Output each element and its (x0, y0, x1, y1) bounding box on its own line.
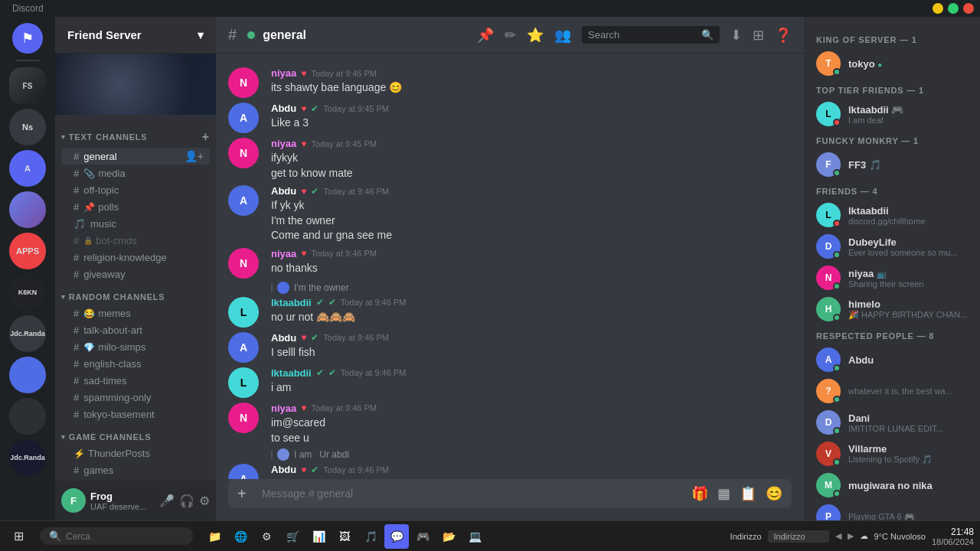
deafen-icon[interactable]: 🎧 (179, 494, 194, 508)
member-item[interactable]: L lktaabdii 🎮 I am deaf (810, 99, 974, 129)
edit-icon[interactable]: ✏ (505, 27, 516, 44)
channel-tokyo-basement[interactable]: # tokyo-basement (61, 406, 210, 422)
add-member-icon[interactable]: 👤+ (185, 150, 204, 162)
search-input[interactable] (588, 29, 701, 41)
member-item[interactable]: ? whatever it is, the best wa... (810, 376, 974, 406)
server-icon-blue[interactable] (9, 357, 46, 393)
taskbar-right: Indirizzo Indirizzo ◀ ▶ ☁ 9°C Nuvoloso 2… (730, 527, 974, 546)
channel-memes[interactable]: # 😂 memes (61, 305, 210, 321)
channel-spamming-only[interactable]: # spamming-only (61, 390, 210, 406)
mute-icon[interactable]: 🎤 (159, 494, 175, 508)
chrome-icon[interactable]: ⚙ (254, 524, 279, 549)
server-icon-friend[interactable]: FS (9, 67, 46, 104)
store-icon[interactable]: 🛒 (280, 524, 305, 549)
message-text-input[interactable] (262, 479, 685, 508)
channel-milo-simps[interactable]: # 💎 milo-simps (61, 339, 210, 355)
channel-english-class[interactable]: # english-class (61, 356, 210, 372)
taskbar-nav-back[interactable]: ◀ (835, 531, 841, 541)
browser-icon[interactable]: 🌐 (228, 524, 253, 549)
game-icon[interactable]: 🎮 (410, 524, 435, 549)
channel-games[interactable]: # games (61, 462, 210, 478)
member-item[interactable]: H himelo 🎉 HAPPY BIRTHDAY CHAN... (810, 294, 974, 324)
server-icon-k6kn[interactable]: K6KN (9, 274, 46, 311)
minimize-btn[interactable] (933, 3, 943, 14)
category-game-channels[interactable]: ▾ GAME CHANNELS (55, 423, 216, 445)
settings-icon[interactable]: ⚙ (199, 494, 210, 508)
gif-icon[interactable]: ▦ (717, 485, 730, 502)
channel-music[interactable]: 🎵 music (61, 216, 210, 232)
server-icon-randa[interactable]: Jdc.Randa (9, 315, 46, 352)
member-item[interactable]: P Playing GTA 6 🎮 (810, 501, 974, 520)
photoshop-icon[interactable]: 🖼 (332, 524, 357, 549)
folder-icon[interactable]: 📂 (436, 524, 461, 549)
message-content: Abdu ♥ ✔ Today at 9:46 PM I selll fish (271, 332, 792, 363)
channel-bot-cmds[interactable]: # 🔒 bot-cmds (61, 233, 210, 249)
server-icon-dark2[interactable] (9, 398, 46, 435)
channel-giveaway[interactable]: # giveaway (61, 266, 210, 282)
message-header: niyaa ♥ Today at 9:46 PM (271, 248, 792, 259)
download-icon[interactable]: ⬇ (730, 27, 742, 44)
member-avatar-wrapper: L (816, 102, 841, 126)
category-text-channels[interactable]: ▾ TEXT CHANNELS + (55, 121, 216, 147)
taskbar: ⊞ 🔍 📁 🌐 ⚙ 🛒 📊 🖼 🎵 💬 🎮 📂 💻 Indirizzo Indi… (0, 520, 980, 551)
member-item[interactable]: F FF3 🎵 (810, 149, 974, 180)
server-icon-3[interactable] (9, 191, 46, 228)
discord-taskbar-icon[interactable]: 💬 (384, 524, 409, 549)
channel-general[interactable]: # general 👤+ (61, 148, 210, 165)
category-random-channels[interactable]: ▾ RANDOM CHANNELS (55, 283, 216, 305)
discord-home-icon[interactable]: ⚑ (12, 23, 43, 54)
channel-sad-times[interactable]: # sad-times (61, 373, 210, 389)
excel-icon[interactable]: 📊 (306, 524, 331, 549)
friends-label: FRIENDS — 4 (816, 187, 877, 196)
member-item[interactable]: V Villarme Listening to Spotify 🎵 (810, 439, 974, 469)
hash-icon: # (74, 308, 79, 319)
member-item[interactable]: N niyaa 📺 Sharing their screen (810, 262, 974, 293)
taskbar-search-input[interactable] (66, 531, 184, 542)
maximize-btn[interactable] (948, 3, 959, 14)
member-avatar-wrapper: V (816, 442, 841, 466)
channel-thunderposts[interactable]: ⚡ ThunderPosts (61, 445, 210, 461)
server-icon-ns[interactable]: Ns (9, 109, 46, 145)
server-header[interactable]: Friend Server ▾ (55, 17, 216, 54)
members-icon[interactable]: 👥 (554, 27, 571, 44)
members-sidebar: KING OF SERVER — 1 T tokyo ● TOP TIER FR… (804, 17, 980, 520)
close-btn[interactable] (963, 3, 974, 14)
main-chat: # general 📌 ✏ ⭐ 👥 🔍 ⬇ ⊞ ❓ N (216, 17, 804, 520)
apps-icon[interactable]: ⊞ (753, 27, 764, 44)
channel-religion[interactable]: # religion-knowledge (61, 249, 210, 266)
member-item[interactable]: A Abdu (810, 344, 974, 375)
channel-polls[interactable]: # 📌 polls (61, 199, 210, 215)
attach-button[interactable]: + (237, 485, 256, 503)
bookmark-icon[interactable]: ⭐ (527, 27, 544, 44)
server-icon-randa2[interactable]: Jdc.Randa (9, 439, 46, 476)
member-item[interactable]: D DubeyLife Ever loved someone so mu... (810, 231, 974, 262)
member-item[interactable]: D Dani IMITITOR LUNAE EDIT... (810, 407, 974, 438)
add-channel-icon[interactable]: + (202, 130, 210, 144)
member-status: Sharing their screen (848, 279, 968, 289)
taskbar-nav-forward[interactable]: ▶ (848, 531, 854, 541)
file-explorer-icon[interactable]: 📁 (202, 524, 227, 549)
member-avatar-wrapper: P (816, 504, 841, 520)
channel-media[interactable]: # 📎 media (61, 165, 210, 181)
channel-off-topic[interactable]: # off-topic (61, 182, 210, 198)
terminal-icon[interactable]: 💻 (462, 524, 487, 549)
message-text: If yk yk (271, 198, 792, 214)
member-status-dot (833, 427, 841, 435)
message-group: N niyaa ♥ Today at 9:46 PM im@scared to … (216, 401, 804, 447)
music-app-icon[interactable]: 🎵 (358, 524, 383, 549)
member-status-dot (833, 251, 841, 259)
gift-icon[interactable]: 🎁 (691, 485, 708, 502)
member-item[interactable]: L lktaabdii discord.gg/chillhome (810, 200, 974, 230)
channel-talk-about-art[interactable]: # talk-about-art (61, 322, 210, 338)
category-arrow: ▾ (61, 133, 66, 141)
heart-emoji: ♥ (301, 68, 306, 79)
server-icon-a[interactable]: A (9, 150, 46, 187)
member-item[interactable]: M mugiwara no nika (810, 470, 974, 500)
server-icon-apps[interactable]: APPS (9, 233, 46, 269)
emoji-icon[interactable]: 😊 (766, 485, 782, 502)
windows-start-button[interactable]: ⊞ (6, 524, 31, 549)
pin-icon[interactable]: 📌 (477, 27, 494, 44)
member-item[interactable]: T tokyo ● (810, 48, 974, 79)
sticker-icon[interactable]: 📋 (740, 485, 756, 502)
help-icon[interactable]: ❓ (775, 27, 792, 44)
